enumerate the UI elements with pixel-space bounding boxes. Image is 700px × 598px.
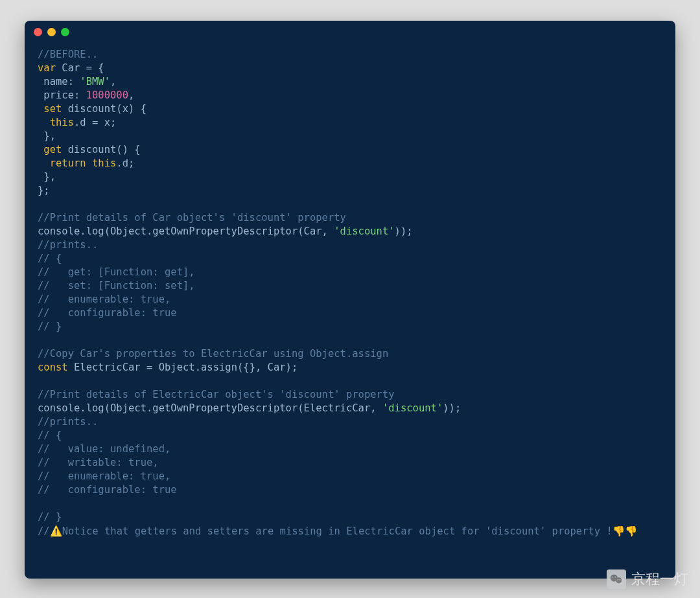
code-token: this <box>92 157 116 169</box>
code-line: name: 'BMW', <box>38 75 662 89</box>
code-token: ⚠️ <box>50 525 62 536</box>
code-line: // configurable: true <box>38 306 662 320</box>
code-line: }, <box>38 170 662 184</box>
code-token: price: <box>38 89 86 101</box>
code-token: 'BMW' <box>80 76 110 87</box>
code-line: //prints.. <box>38 415 662 429</box>
code-token: Car = { <box>56 62 104 74</box>
watermark-text: 京程一灯 <box>631 569 688 589</box>
code-line <box>38 198 662 211</box>
maximize-icon[interactable] <box>61 28 69 36</box>
code-token: //BEFORE.. <box>38 49 98 60</box>
code-token: // configurable: true <box>38 307 177 319</box>
svg-point-1 <box>616 577 622 583</box>
code-token: get <box>38 144 62 155</box>
code-token: .d; <box>116 157 134 169</box>
code-token: console.log(Object.getOwnPropertyDescrip… <box>38 225 334 237</box>
code-line: var Car = { <box>38 62 662 75</box>
code-token: 👎👎 <box>612 525 637 536</box>
code-line: get discount() { <box>38 143 662 157</box>
code-token: const <box>38 362 68 373</box>
svg-point-2 <box>612 577 614 578</box>
code-line <box>38 334 662 347</box>
code-line: }, <box>38 130 662 143</box>
code-line: //⚠️Notice that getters and setters are … <box>38 524 662 538</box>
code-token: return <box>50 157 86 169</box>
close-icon[interactable] <box>34 28 42 36</box>
code-line: // configurable: true <box>38 483 662 497</box>
code-token: discount() { <box>62 144 140 155</box>
code-line: // { <box>38 252 662 266</box>
code-line: console.log(Object.getOwnPropertyDescrip… <box>38 402 662 415</box>
code-token: }; <box>38 185 50 196</box>
code-token <box>38 117 50 128</box>
code-line: // get: [Function: get], <box>38 266 662 279</box>
code-token: // writable: true, <box>38 457 159 468</box>
code-line: const ElectricCar = Object.assign({}, Ca… <box>38 361 662 374</box>
code-line: console.log(Object.getOwnPropertyDescrip… <box>38 225 662 238</box>
code-line: // } <box>38 511 662 524</box>
code-token: }, <box>38 130 56 142</box>
code-line <box>38 497 662 511</box>
code-line: return this.d; <box>38 157 662 170</box>
code-token: //Print details of Car object's 'discoun… <box>38 212 346 224</box>
wechat-icon <box>607 569 626 589</box>
code-token: ElectricCar = Object.assign({}, Car); <box>68 362 298 373</box>
code-token: //Print details of ElectricCar object's … <box>38 389 395 400</box>
code-token: Notice that getters and setters are miss… <box>62 525 612 537</box>
code-token: // { <box>38 430 62 441</box>
code-line: // value: undefined, <box>38 443 662 456</box>
code-line: }; <box>38 184 662 198</box>
code-token: // configurable: true <box>38 484 177 496</box>
code-token: )); <box>395 225 413 237</box>
code-token: }, <box>38 171 56 183</box>
code-token: )); <box>443 402 461 414</box>
svg-point-4 <box>617 579 618 580</box>
code-line: // set: [Function: set], <box>38 279 662 293</box>
code-line: //prints.. <box>38 238 662 252</box>
code-token: // { <box>38 253 62 264</box>
code-token: 'discount' <box>382 402 443 414</box>
code-token: var <box>38 62 56 74</box>
code-token: 'discount' <box>334 225 394 237</box>
code-token: //Copy Car's properties to ElectricCar u… <box>38 348 388 360</box>
code-token: // } <box>38 511 62 523</box>
code-token: // value: undefined, <box>38 443 170 455</box>
code-line: //Copy Car's properties to ElectricCar u… <box>38 347 662 361</box>
code-line: set discount(x) { <box>38 102 662 116</box>
code-line: // enumerable: true, <box>38 470 662 483</box>
code-token <box>38 157 50 169</box>
code-token <box>86 157 92 169</box>
code-token: console.log(Object.getOwnPropertyDescrip… <box>38 402 382 414</box>
code-token: // <box>38 525 50 537</box>
code-line: // } <box>38 320 662 334</box>
code-token: set <box>38 103 62 115</box>
code-line: //Print details of ElectricCar object's … <box>38 388 662 402</box>
svg-point-3 <box>614 577 616 578</box>
code-token: //prints.. <box>38 416 98 428</box>
watermark: 京程一灯 <box>607 569 688 589</box>
code-token: discount(x) { <box>62 103 146 115</box>
svg-point-5 <box>620 579 620 580</box>
code-token: //prints.. <box>38 239 98 251</box>
code-token: // enumerable: true, <box>38 293 170 305</box>
code-token: this <box>50 117 74 128</box>
code-line: price: 1000000, <box>38 89 662 102</box>
code-window: //BEFORE..var Car = { name: 'BMW', price… <box>25 21 675 579</box>
code-line: //Print details of Car object's 'discoun… <box>38 211 662 225</box>
code-token: // set: [Function: set], <box>38 280 195 292</box>
code-token: 1000000 <box>86 89 128 101</box>
code-token: // get: [Function: get], <box>38 266 195 278</box>
code-token: .d = x; <box>74 117 116 128</box>
code-line: // { <box>38 429 662 443</box>
minimize-icon[interactable] <box>47 28 56 36</box>
code-token: // } <box>38 321 62 332</box>
code-token: , <box>110 76 116 87</box>
code-token: name: <box>38 76 80 87</box>
code-area: //BEFORE..var Car = { name: 'BMW', price… <box>25 43 675 579</box>
code-line: // writable: true, <box>38 456 662 470</box>
titlebar <box>25 21 675 43</box>
code-token: // enumerable: true, <box>38 470 170 482</box>
code-token: , <box>128 89 134 101</box>
code-line: // enumerable: true, <box>38 293 662 306</box>
